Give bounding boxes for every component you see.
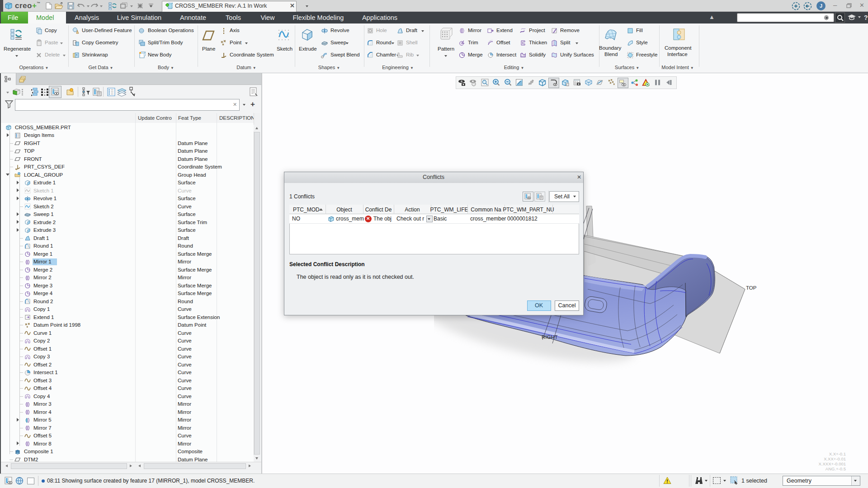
svg-text:TOP: TOP — [746, 285, 757, 291]
svg-text:RIGHT: RIGHT — [542, 334, 558, 340]
